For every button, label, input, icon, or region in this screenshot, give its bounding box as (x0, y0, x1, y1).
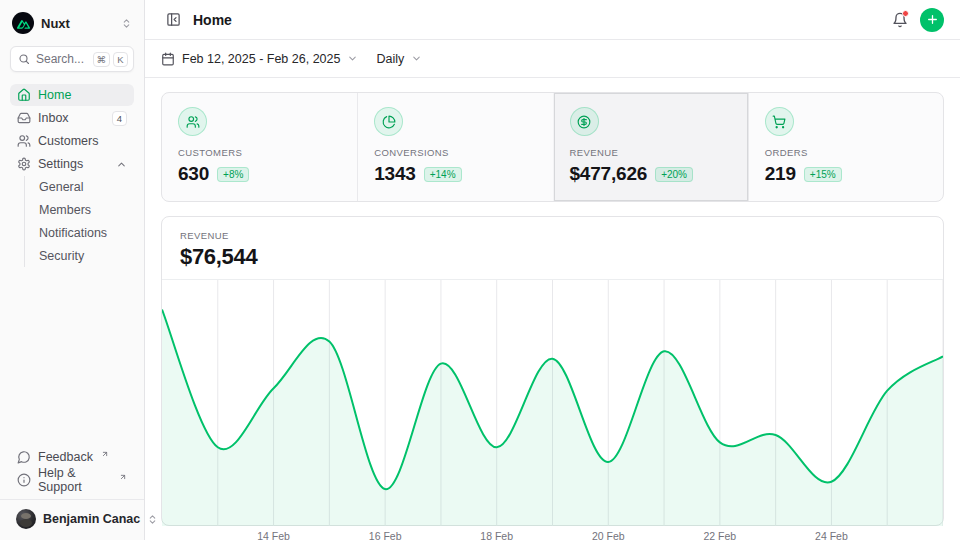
team-name: Nuxt (41, 16, 114, 31)
stat-delta-badge: +8% (217, 167, 249, 182)
period-value: Daily (376, 52, 404, 66)
sidebar: Nuxt Search... ⌘ K Home Inbox 4 Cu (0, 0, 145, 540)
stat-value: 1343 (374, 163, 415, 185)
x-tick-label: 14 Feb (257, 530, 290, 540)
kbd-k: K (113, 52, 128, 67)
notification-dot (902, 10, 909, 17)
chart-metric-value: $76,544 (180, 244, 925, 270)
external-link-icon (119, 473, 127, 481)
inbox-icon (17, 111, 31, 125)
circle-dollar-icon (570, 107, 599, 136)
external-link-icon (101, 450, 109, 458)
sidebar-subitem-label: Notifications (39, 226, 132, 240)
date-range-picker[interactable]: Feb 12, 2025 - Feb 26, 2025 (161, 52, 358, 66)
stat-card-conversions[interactable]: CONVERSIONS 1343 +14% (357, 93, 552, 201)
avatar (16, 509, 36, 529)
chevron-down-icon (411, 53, 422, 64)
area-chart-canvas (162, 280, 943, 526)
stat-value: 219 (765, 163, 796, 185)
notifications-button[interactable] (888, 8, 912, 32)
sidebar-item-members[interactable]: Members (37, 199, 134, 221)
app-window: Nuxt Search... ⌘ K Home Inbox 4 Cu (0, 0, 960, 540)
sidebar-item-label: Customers (38, 134, 127, 148)
stat-delta-badge: +14% (424, 167, 462, 182)
stat-card-revenue[interactable]: REVENUE $477,626 +20% (553, 93, 748, 201)
users-icon (17, 134, 31, 148)
sidebar-item-label: Help & Support (38, 466, 111, 494)
stat-value: $477,626 (570, 163, 648, 185)
sidebar-footer: Feedback Help & Support (10, 446, 134, 491)
sidebar-item-customers[interactable]: Customers (10, 130, 134, 152)
sidebar-item-label: Inbox (38, 111, 105, 125)
stat-label: CONVERSIONS (374, 147, 536, 158)
x-tick-label: 16 Feb (369, 530, 402, 540)
user-menu[interactable]: Benjamin Canac (10, 506, 134, 532)
stat-delta-badge: +20% (655, 167, 693, 182)
sidebar-item-notifications[interactable]: Notifications (37, 222, 134, 244)
x-tick-label: 22 Feb (703, 530, 736, 540)
x-tick-label: 20 Feb (592, 530, 625, 540)
sidebar-item-help-support[interactable]: Help & Support (10, 469, 134, 491)
add-button[interactable] (920, 8, 944, 32)
kbd-cmd: ⌘ (93, 52, 111, 67)
info-circle-icon (17, 473, 31, 487)
sidebar-subitem-label: Members (39, 203, 132, 217)
collapse-sidebar-button[interactable] (161, 8, 185, 32)
plus-icon (926, 13, 939, 26)
settings-subnav: General Members Notifications Security (24, 176, 134, 267)
chart-metric-label: REVENUE (180, 230, 925, 241)
filters-toolbar: Feb 12, 2025 - Feb 26, 2025 Daily (145, 40, 960, 78)
search-placeholder: Search... (36, 52, 87, 66)
inbox-count-badge: 4 (112, 111, 127, 126)
shopping-cart-icon (765, 107, 794, 136)
team-switcher[interactable]: Nuxt (10, 10, 134, 36)
search-input[interactable]: Search... ⌘ K (10, 46, 134, 72)
sidebar-item-settings[interactable]: Settings (10, 153, 134, 175)
sidebar-nav: Home Inbox 4 Customers Settings General … (10, 84, 134, 267)
users-icon (178, 107, 207, 136)
main-panel: Home Feb 12, 2025 - Feb 26, 2025 Daily (145, 0, 960, 540)
dashboard-content: CUSTOMERS 630 +8% CONVERSIONS 1343 +14% (145, 78, 960, 540)
x-tick-label: 24 Feb (815, 530, 848, 540)
chart-header: REVENUE $76,544 (162, 217, 943, 280)
home-icon (17, 88, 31, 102)
sidebar-divider (0, 499, 144, 500)
stat-card-customers[interactable]: CUSTOMERS 630 +8% (162, 93, 357, 201)
sidebar-item-home[interactable]: Home (10, 84, 134, 106)
sidebar-item-label: Settings (38, 157, 109, 171)
revenue-chart-card: REVENUE $76,544 14 Feb16 Feb18 Feb20 Feb… (161, 216, 944, 526)
sidebar-item-inbox[interactable]: Inbox 4 (10, 107, 134, 129)
sidebar-item-general[interactable]: General (37, 176, 134, 198)
sidebar-item-feedback[interactable]: Feedback (10, 446, 134, 468)
search-icon (18, 53, 30, 65)
period-select[interactable]: Daily (376, 52, 422, 66)
sidebar-item-label: Home (38, 88, 127, 102)
stat-label: CUSTOMERS (178, 147, 341, 158)
nuxt-logo-glyph (17, 18, 30, 29)
x-tick-label: 18 Feb (480, 530, 513, 540)
x-axis-tick-labels: 14 Feb16 Feb18 Feb20 Feb22 Feb24 Feb (162, 526, 943, 540)
calendar-icon (161, 52, 175, 66)
stat-label: REVENUE (570, 147, 732, 158)
stat-value: 630 (178, 163, 209, 185)
chevron-up-icon (116, 159, 127, 170)
gear-icon (17, 157, 31, 171)
sidebar-spacer (10, 267, 134, 446)
chevrons-up-down-icon (121, 18, 132, 29)
stat-label: ORDERS (765, 147, 927, 158)
search-kbd-shortcut: ⌘ K (93, 52, 129, 67)
date-range-value: Feb 12, 2025 - Feb 26, 2025 (182, 52, 340, 66)
nuxt-logo-icon (12, 12, 34, 34)
page-title: Home (193, 12, 232, 28)
sidebar-item-label: Feedback (38, 450, 93, 464)
top-header: Home (145, 0, 960, 40)
sidebar-item-security[interactable]: Security (37, 245, 134, 267)
message-circle-icon (17, 450, 31, 464)
sidebar-subitem-label: Security (39, 249, 132, 263)
chevron-down-icon (347, 53, 358, 64)
stat-card-orders[interactable]: ORDERS 219 +15% (748, 93, 943, 201)
revenue-area-chart[interactable]: 14 Feb16 Feb18 Feb20 Feb22 Feb24 Feb (162, 280, 943, 526)
panel-left-close-icon (166, 12, 181, 27)
stats-row: CUSTOMERS 630 +8% CONVERSIONS 1343 +14% (161, 92, 944, 202)
chart-pie-icon (374, 107, 403, 136)
